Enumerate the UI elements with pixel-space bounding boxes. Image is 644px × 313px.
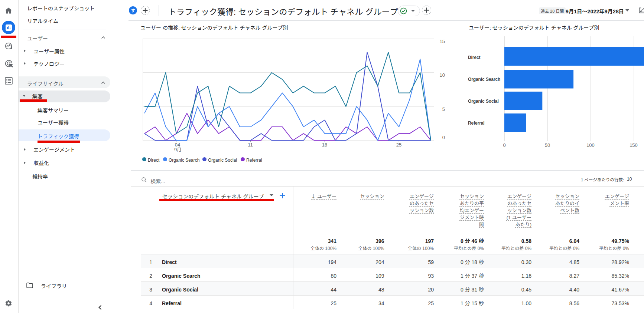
svg-text:50: 50: [545, 141, 550, 148]
svg-text:10: 10: [440, 71, 445, 78]
svg-text:5: 5: [442, 105, 445, 112]
svg-text:0: 0: [503, 141, 505, 148]
svg-text:9月: 9月: [174, 146, 182, 153]
svg-text:18: 18: [322, 141, 327, 148]
svg-text:150: 150: [630, 141, 638, 148]
svg-text:15: 15: [440, 37, 445, 45]
svg-text:25: 25: [396, 141, 401, 148]
svg-text:11: 11: [248, 141, 253, 148]
svg-text:100: 100: [586, 141, 595, 148]
svg-text:0: 0: [442, 134, 445, 141]
